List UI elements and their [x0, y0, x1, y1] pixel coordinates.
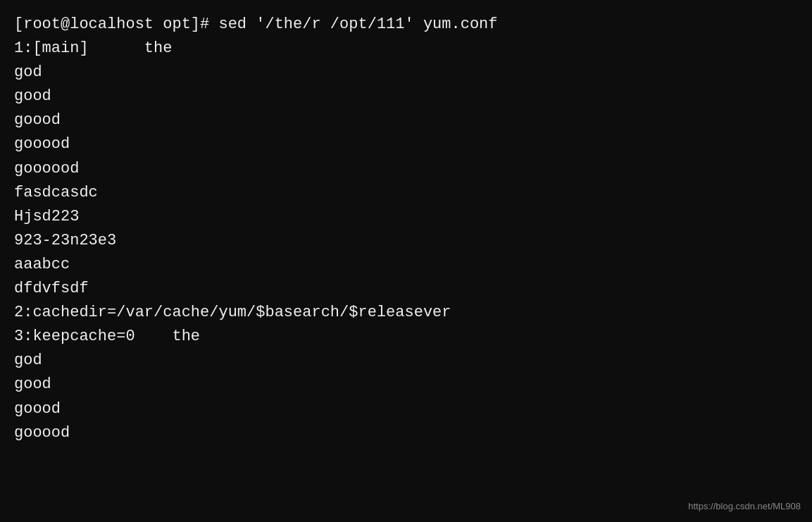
terminal-line: good: [14, 85, 798, 108]
terminal-line: god: [14, 349, 798, 373]
terminal-line: gooood: [14, 132, 798, 156]
terminal-line: good: [14, 373, 798, 397]
terminal-line: fasdcasdc: [14, 181, 798, 205]
terminal-line: 1:[main] the: [14, 37, 798, 61]
terminal-line: goooood: [14, 157, 798, 181]
terminal-line: goood: [14, 108, 798, 132]
terminal-line: dfdvfsdf: [14, 277, 798, 301]
terminal-line: 923-23n23e3: [14, 229, 798, 253]
watermark: https://blog.csdn.net/ML908: [688, 499, 801, 514]
terminal-line: gooood: [14, 421, 798, 445]
terminal-line: god: [14, 61, 798, 85]
terminal-line: aaabcc: [14, 253, 798, 277]
terminal-line: 2:cachedir=/var/cache/yum/$basearch/$rel…: [14, 301, 798, 325]
terminal-line: [root@localhost opt]# sed '/the/r /opt/1…: [14, 13, 798, 37]
terminal-line: Hjsd223: [14, 205, 798, 229]
terminal-window: [root@localhost opt]# sed '/the/r /opt/1…: [0, 0, 812, 522]
terminal-line: 3:keepcache=0 the: [14, 325, 798, 349]
terminal-line: goood: [14, 397, 798, 421]
